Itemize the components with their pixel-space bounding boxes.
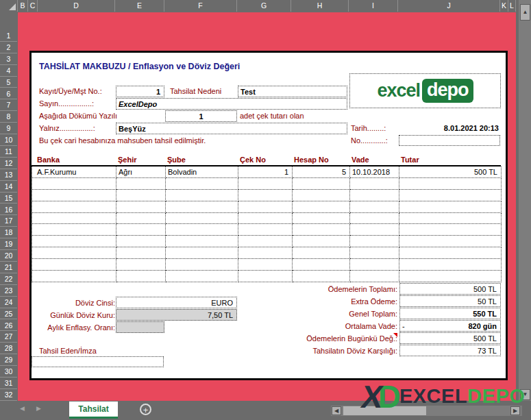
row-header-5[interactable]: 5 [0,77,17,88]
summary-value-0[interactable]: 500 TL [399,283,501,295]
table-cell-empty[interactable] [116,213,166,225]
table-cell-empty[interactable] [166,247,238,259]
row-header-18[interactable]: 18 [0,227,17,238]
table-cell-empty[interactable] [238,271,293,282]
summary-value-2[interactable]: 550 TL [399,308,501,319]
table-cell-data[interactable]: 500 TL [399,166,502,178]
table-cell-empty[interactable] [293,190,350,201]
vertical-scrollbar[interactable]: ▲ ▼ [519,0,531,401]
imza-field[interactable] [32,356,164,367]
row-header-6[interactable]: 6 [0,88,17,100]
next-sheet-button[interactable]: ▶ [36,405,41,412]
select-all-button[interactable] [0,0,18,12]
table-cell-empty[interactable] [32,271,116,282]
table-cell-data[interactable]: A.F.Kurumu [32,166,116,178]
table-cell-empty[interactable] [166,178,238,190]
column-header-F[interactable]: F [164,0,237,12]
table-cell-empty[interactable] [166,259,238,271]
table-cell-empty[interactable] [32,247,116,259]
table-cell-empty[interactable] [32,201,116,213]
row-header-16[interactable]: 16 [0,204,17,216]
doviz-kuru-field[interactable]: 7,50 TL [116,309,237,321]
table-cell-empty[interactable] [350,224,399,236]
row-header-10[interactable]: 10 [0,134,17,146]
add-sheet-button[interactable]: + [140,404,151,415]
table-cell-empty[interactable] [238,213,293,225]
table-cell-empty[interactable] [350,213,399,225]
sayin-field[interactable]: ExcelDepo [116,98,347,110]
table-cell-empty[interactable] [116,190,166,201]
row-header-14[interactable]: 14 [0,181,17,193]
table-cell-empty[interactable] [399,213,502,225]
row-header-30[interactable]: 30 [0,366,17,378]
table-cell-empty[interactable] [32,178,116,190]
doviz-cinsi-field[interactable]: EURO [116,297,237,308]
summary-value-4[interactable]: 500 TL [399,332,501,344]
cek-adedi-field[interactable]: 1 [165,110,237,122]
table-cell-empty[interactable] [238,236,293,247]
table-cell-empty[interactable] [399,178,502,190]
row-header-29[interactable]: 29 [0,354,17,366]
table-cell-empty[interactable] [116,247,166,259]
table-cell-empty[interactable] [166,201,238,213]
row-header-13[interactable]: 13 [0,169,17,181]
row-header-15[interactable]: 15 [0,193,17,204]
row-header-8[interactable]: 8 [0,111,17,123]
row-header-25[interactable]: 25 [0,308,17,320]
table-cell-empty[interactable] [238,190,293,201]
table-cell-empty[interactable] [399,247,502,259]
row-header-31[interactable]: 31 [0,378,17,389]
table-cell-empty[interactable] [399,271,502,282]
table-cell-empty[interactable] [238,201,293,213]
row-header-24[interactable]: 24 [0,297,17,308]
table-cell-empty[interactable] [293,271,350,282]
row-header-22[interactable]: 22 [0,273,17,285]
table-cell-empty[interactable] [32,259,116,271]
table-cell-empty[interactable] [399,224,502,236]
table-cell-empty[interactable] [350,271,399,282]
table-cell-empty[interactable] [350,236,399,247]
table-cell-empty[interactable] [350,259,399,271]
table-cell-empty[interactable] [399,190,502,201]
column-header-D[interactable]: D [38,0,115,12]
column-header-L[interactable]: L [508,0,516,12]
row-header-3[interactable]: 3 [0,53,17,65]
table-cell-empty[interactable] [238,224,293,236]
table-cell-empty[interactable] [32,190,116,201]
table-cell-empty[interactable] [32,213,116,225]
table-cell-empty[interactable] [350,190,399,201]
table-cell-empty[interactable] [116,224,166,236]
table-cell-empty[interactable] [116,236,166,247]
column-header-E[interactable]: E [115,0,164,12]
kayit-no-field[interactable]: 1 [116,86,164,97]
row-header-23[interactable]: 23 [0,285,17,297]
row-header-17[interactable]: 17 [0,215,17,227]
column-header-H[interactable]: H [291,0,349,12]
column-header-C[interactable]: C [28,0,38,12]
table-cell-empty[interactable] [238,259,293,271]
table-cell-empty[interactable] [293,236,350,247]
row-header-27[interactable]: 27 [0,331,17,343]
table-cell-empty[interactable] [166,190,238,201]
table-cell-empty[interactable] [116,178,166,190]
column-header-I[interactable]: I [349,0,398,12]
table-cell-empty[interactable] [399,236,502,247]
column-header-B[interactable]: B [18,0,28,12]
summary-value-5[interactable]: 73 TL [399,345,501,356]
table-cell-empty[interactable] [293,178,350,190]
table-cell-empty[interactable] [350,178,399,190]
row-header-21[interactable]: 21 [0,262,17,273]
table-cell-empty[interactable] [350,247,399,259]
column-header-K[interactable]: K [500,0,508,12]
summary-value-1[interactable]: 50 TL [399,295,501,307]
row-header-12[interactable]: 12 [0,158,17,169]
table-cell-data[interactable]: 10.10.2018 [350,166,399,178]
table-cell-empty[interactable] [238,247,293,259]
scroll-up-button[interactable]: ▲ [520,4,530,21]
row-header-2[interactable]: 2 [0,42,17,53]
table-cell-empty[interactable] [116,259,166,271]
enflasyon-orani-field[interactable] [116,321,164,333]
table-cell-empty[interactable] [166,224,238,236]
table-cell-data[interactable]: 1 [238,166,293,178]
table-cell-empty[interactable] [293,201,350,213]
